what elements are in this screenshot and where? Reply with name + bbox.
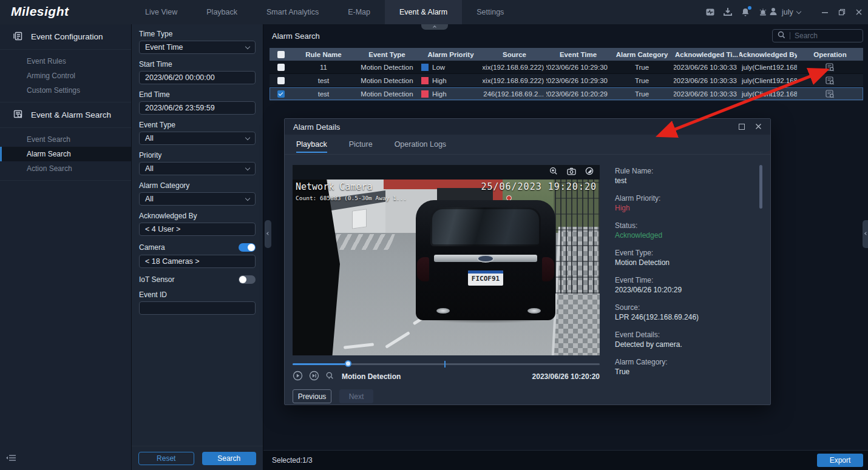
export-button[interactable]: Export <box>817 454 863 467</box>
notification-bell-icon[interactable] <box>741 7 750 17</box>
previous-button[interactable]: Previous <box>293 389 331 403</box>
table-search-box[interactable] <box>772 29 863 42</box>
video-player: FICOF91 Network Camera Count: 685883 (0.… <box>293 165 600 403</box>
nav-playback[interactable]: Playback <box>192 0 252 24</box>
operation-view-details-button[interactable] <box>797 87 863 100</box>
col-event-time[interactable]: Event Time <box>546 48 610 61</box>
play-button[interactable] <box>293 371 303 383</box>
event-type-label: Motion Detection <box>342 372 401 381</box>
minimize-button[interactable] <box>821 8 829 16</box>
sidebar-item-custom-settings[interactable]: Custom Settings <box>0 83 131 98</box>
sidebar-item-event-rules[interactable]: Event Rules <box>0 54 131 69</box>
sidebar-item-arming-control[interactable]: Arming Control <box>0 69 131 83</box>
milesight-logo: Milesight <box>11 4 69 19</box>
section-event-configuration[interactable]: Event Configuration <box>0 24 131 50</box>
osd-count-overlay: Count: 685883 (0.5-30m Away 1... <box>296 195 407 201</box>
cell-alarm-priority: High <box>419 87 483 100</box>
dialog-maximize-button[interactable] <box>739 124 745 130</box>
detail-event-type: Event Type:Motion Detection <box>615 248 753 267</box>
section-event-alarm-search[interactable]: Event & Alarm Search <box>0 102 131 128</box>
reset-button[interactable]: Reset <box>138 452 194 465</box>
camera-toggle[interactable] <box>239 243 256 252</box>
col-event-type[interactable]: Event Type <box>355 48 419 61</box>
cell-alarm-priority: Low <box>419 61 483 73</box>
event-type-select[interactable]: All <box>139 132 256 145</box>
col-rule-name[interactable]: Rule Name <box>292 48 355 61</box>
table-row[interactable]: 11 Motion Detection Low xix(192.168.69.2… <box>270 61 863 74</box>
collapse-right-panel-handle[interactable] <box>863 220 868 248</box>
nav-event-and-alarm[interactable]: Event & Alarm <box>385 0 462 24</box>
user-menu[interactable]: july <box>768 0 801 24</box>
col-operation[interactable]: Operation <box>797 48 863 61</box>
end-time-input[interactable]: 2023/06/26 23:59:59 <box>139 101 256 115</box>
col-acknowledged-by[interactable]: Acknowledged By <box>739 48 797 61</box>
row-checkbox[interactable] <box>270 87 292 100</box>
nav-settings[interactable]: Settings <box>462 0 518 24</box>
alarm-category-label: Alarm Category <box>139 181 256 190</box>
tab-picture[interactable]: Picture <box>349 135 373 155</box>
dialog-title: Alarm Details <box>293 123 340 132</box>
row-checkbox[interactable] <box>270 74 292 87</box>
sidebar-item-event-search[interactable]: Event Search <box>0 132 131 147</box>
col-alarm-priority[interactable]: Alarm Priority <box>419 48 483 61</box>
video-frame: FICOF91 Network Camera Count: 685883 (0.… <box>293 180 600 355</box>
tab-operation-logs[interactable]: Operation Logs <box>395 135 446 155</box>
search-input[interactable] <box>795 32 858 40</box>
select-all-checkbox[interactable] <box>270 48 292 61</box>
nav-live-view[interactable]: Live View <box>131 0 192 24</box>
player-toolbar <box>293 165 600 180</box>
operation-view-details-button[interactable] <box>797 61 863 73</box>
col-source[interactable]: Source <box>483 48 546 61</box>
collapse-sidebar-icon[interactable] <box>5 453 18 465</box>
collapse-table-handle[interactable] <box>421 24 448 30</box>
main-nav: Live View Playback Smart Analytics E-Map… <box>131 0 518 24</box>
details-scrollbar[interactable] <box>759 165 762 209</box>
speed-play-button[interactable] <box>309 371 319 383</box>
tail-light <box>417 257 429 281</box>
dialog-close-button[interactable] <box>755 123 762 132</box>
nav-e-map[interactable]: E-Map <box>333 0 385 24</box>
row-checkbox[interactable] <box>270 61 292 73</box>
operation-view-details-button[interactable] <box>797 74 863 87</box>
iot-sensor-toggle[interactable] <box>239 275 256 284</box>
zoom-search-icon[interactable] <box>325 371 334 383</box>
sidebar-item-alarm-search[interactable]: Alarm Search <box>0 147 131 161</box>
priority-swatch <box>421 64 429 71</box>
digital-zoom-icon[interactable] <box>549 167 558 178</box>
start-time-input[interactable]: 2023/06/20 00:00:00 <box>139 71 256 84</box>
cell-alarm-category: True <box>610 74 674 87</box>
alarm-siren-icon[interactable] <box>758 7 768 17</box>
col-acknowledged-time[interactable]: Acknowledged Ti... <box>674 48 739 61</box>
sidebar-item-action-search[interactable]: Action Search <box>0 161 131 176</box>
table-row[interactable]: test Motion Detection High LPR 246(192.1… <box>270 87 863 101</box>
system-status-icon[interactable] <box>705 7 715 17</box>
close-button[interactable] <box>855 8 863 16</box>
time-type-select[interactable]: Event Time <box>139 41 256 54</box>
priority-swatch <box>421 90 429 98</box>
restore-button[interactable] <box>838 8 846 16</box>
filter-actions: Reset Search <box>132 446 263 470</box>
download-icon[interactable] <box>723 7 733 17</box>
col-alarm-category[interactable]: Alarm Category <box>610 48 674 61</box>
tail-light <box>542 257 554 281</box>
tab-playback[interactable]: Playback <box>296 135 327 155</box>
osd-camera-name: Network Camera <box>296 181 372 192</box>
collapse-filter-panel-handle[interactable] <box>265 220 271 248</box>
cell-acknowledged-by: july(Client192.168.69.... <box>739 87 797 100</box>
nav-smart-analytics[interactable]: Smart Analytics <box>252 0 333 24</box>
acknowledged-by-picker[interactable]: < 4 User > <box>139 223 256 236</box>
priority-select[interactable]: All <box>139 162 256 175</box>
playback-slider[interactable] <box>293 361 600 368</box>
slider-handle[interactable] <box>345 360 351 367</box>
table-row[interactable]: test Motion Detection High xix(192.168.6… <box>270 74 863 87</box>
event-id-input[interactable] <box>139 301 256 315</box>
search-button[interactable]: Search <box>202 452 257 465</box>
chevron-down-icon <box>245 135 250 139</box>
cell-alarm-category: True <box>610 61 674 73</box>
snapshot-camera-icon[interactable] <box>567 167 576 178</box>
fisheye-icon[interactable] <box>585 167 594 178</box>
camera-picker[interactable]: < 18 Cameras > <box>139 255 256 268</box>
cell-event-time: 2023/06/26 10:20:29 <box>546 87 610 100</box>
next-button[interactable]: Next <box>339 389 373 403</box>
alarm-category-select[interactable]: All <box>139 192 256 206</box>
